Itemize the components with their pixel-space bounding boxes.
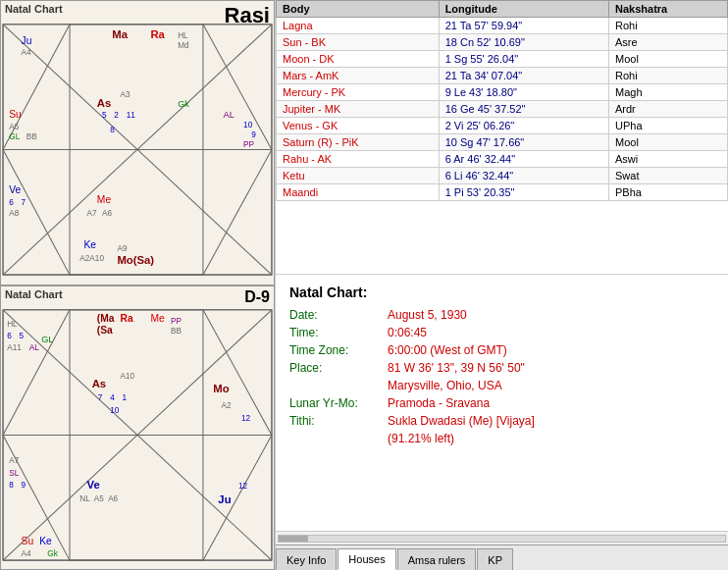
scroll-thumb[interactable]: [279, 536, 308, 542]
svg-text:5: 5: [20, 331, 25, 339]
planet-nakshatra: PBha: [609, 184, 728, 201]
svg-text:HL: HL: [7, 320, 18, 329]
planet-nakshatra: Asre: [609, 34, 728, 51]
svg-text:A6: A6: [108, 494, 118, 503]
svg-text:Md: Md: [178, 41, 189, 50]
chart-title-top: Natal Chart: [5, 3, 63, 15]
svg-text:PP: PP: [243, 140, 254, 149]
col-body: Body: [277, 1, 440, 18]
planet-body: Maandi: [277, 184, 440, 201]
planet-nakshatra: Magh: [609, 84, 728, 101]
svg-text:A3: A3: [120, 90, 130, 99]
planet-longitude: 6 Li 46' 32.44": [439, 168, 608, 184]
planet-nakshatra: Ardr: [609, 101, 728, 118]
planet-nakshatra: UPha: [609, 118, 728, 134]
svg-text:A9: A9: [117, 244, 127, 253]
svg-text:Ve: Ve: [9, 184, 21, 195]
planet-longitude: 21 Ta 34' 07.04": [439, 68, 608, 84]
planet-nakshatra: Mool: [609, 134, 728, 151]
svg-text:AL: AL: [29, 342, 39, 351]
tab-kp[interactable]: KP: [477, 548, 513, 570]
table-row: Rahu - AK 6 Ar 46' 32.44" Aswi: [277, 151, 728, 168]
planet-body: Saturn (R) - PiK: [277, 134, 440, 151]
svg-text:10: 10: [110, 405, 120, 414]
svg-text:GL: GL: [41, 334, 53, 343]
svg-text:As: As: [97, 97, 111, 109]
svg-text:Su: Su: [9, 109, 22, 120]
info-row: Time: 0:06:45: [289, 326, 714, 339]
info-label: Tithi:: [289, 414, 388, 428]
info-row: Place: 81 W 36' 13", 39 N 56' 50": [289, 361, 714, 375]
svg-text:Ra: Ra: [150, 28, 165, 40]
info-value-extra: Marysville, Ohio, USA: [388, 379, 502, 392]
svg-text:A4: A4: [22, 48, 31, 57]
table-row: Mercury - PK 9 Le 43' 18.80" Magh: [277, 84, 728, 101]
planet-body: Mars - AmK: [277, 68, 440, 84]
svg-text:A10: A10: [120, 371, 134, 380]
tabs-area: Key InfoHousesAmsa rulersKP: [276, 544, 728, 570]
horizontal-scrollbar[interactable]: [276, 531, 728, 544]
svg-text:GL: GL: [9, 132, 20, 141]
planet-longitude: 1 Pi 53' 20.35": [439, 184, 608, 201]
table-row: Venus - GK 2 Vi 25' 06.26" UPha: [277, 118, 728, 134]
natal-info-area: Natal Chart: Date: August 5, 1930 Time: …: [276, 275, 728, 531]
right-panel: Body Longitude Nakshatra Lagna 21 Ta 57'…: [275, 0, 728, 570]
planet-nakshatra: Mool: [609, 51, 728, 68]
planet-body: Jupiter - MK: [277, 101, 440, 118]
svg-text:Me: Me: [150, 313, 165, 324]
table-row: Mars - AmK 21 Ta 34' 07.04" Rohi: [277, 68, 728, 84]
table-row: Saturn (R) - PiK 10 Sg 47' 17.66" Mool: [277, 134, 728, 151]
svg-text:Me: Me: [97, 194, 112, 205]
svg-text:Ju: Ju: [218, 493, 231, 505]
planet-nakshatra: Rohi: [609, 18, 728, 34]
house-label: Ju: [22, 35, 32, 46]
planet-longitude: 18 Cn 52' 10.69": [439, 34, 608, 51]
svg-text:BB: BB: [26, 132, 37, 141]
tab-amsa-rulers[interactable]: Amsa rulers: [397, 548, 477, 570]
svg-text:Gk: Gk: [178, 99, 189, 109]
tab-houses[interactable]: Houses: [338, 548, 395, 570]
svg-text:A6: A6: [102, 209, 112, 218]
planet-table-area[interactable]: Body Longitude Nakshatra Lagna 21 Ta 57'…: [276, 0, 728, 275]
svg-text:Mo(Sa): Mo(Sa): [117, 254, 154, 266]
svg-text:1: 1: [123, 393, 128, 402]
planet-body: Lagna: [277, 18, 440, 34]
planet-table: Body Longitude Nakshatra Lagna 21 Ta 57'…: [276, 0, 728, 201]
info-label: Time Zone:: [289, 343, 388, 357]
planet-body: Sun - BK: [277, 34, 440, 51]
planet-longitude: 10 Sg 47' 17.66": [439, 134, 608, 151]
svg-text:As: As: [92, 378, 106, 389]
planet-body: Ketu: [277, 168, 440, 184]
svg-text:7: 7: [22, 198, 26, 207]
svg-text:5: 5: [102, 111, 107, 120]
planet-nakshatra: Rohi: [609, 68, 728, 84]
svg-text:6: 6: [7, 331, 12, 339]
svg-text:9: 9: [22, 480, 26, 489]
tab-key-info[interactable]: Key Info: [276, 548, 337, 570]
planet-body: Moon - DK: [277, 51, 440, 68]
svg-text:(Ma: (Ma: [97, 313, 115, 324]
planet-body: Mercury - PK: [277, 84, 440, 101]
info-row: Tithi: Sukla Dwadasi (Me) [Vijaya]: [289, 414, 714, 428]
planet-nakshatra: Swat: [609, 168, 728, 184]
svg-text:A2: A2: [221, 400, 231, 409]
svg-text:7: 7: [98, 393, 103, 402]
table-row: Maandi 1 Pi 53' 20.35" PBha: [277, 184, 728, 201]
info-label: Lunar Yr-Mo:: [289, 396, 388, 410]
info-row: Time Zone: 6:00:00 (West of GMT): [289, 343, 714, 357]
col-longitude: Longitude: [439, 1, 608, 18]
col-nakshatra: Nakshatra: [609, 1, 728, 18]
svg-text:Ke: Ke: [83, 239, 96, 250]
info-value-extra: (91.21% left): [388, 432, 454, 445]
info-row: (91.21% left): [289, 432, 714, 445]
svg-text:10: 10: [243, 121, 253, 130]
info-value: August 5, 1930: [388, 308, 467, 322]
svg-text:12: 12: [241, 414, 251, 423]
svg-text:AL: AL: [224, 110, 234, 120]
scroll-track[interactable]: [278, 535, 726, 543]
svg-text:6: 6: [9, 198, 14, 207]
svg-text:A5: A5: [9, 123, 19, 131]
svg-text:HL: HL: [178, 31, 188, 40]
svg-text:12: 12: [238, 482, 248, 491]
info-row: Lunar Yr-Mo: Pramoda - Sravana: [289, 396, 714, 410]
